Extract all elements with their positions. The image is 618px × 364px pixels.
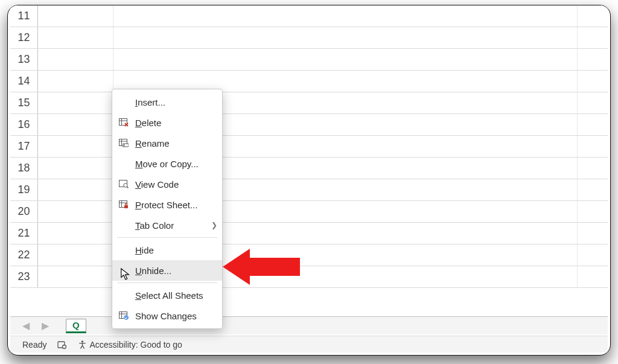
cell[interactable]	[38, 136, 113, 157]
cell[interactable]	[578, 223, 608, 244]
cell[interactable]	[578, 5, 608, 27]
row-header[interactable]: 14	[10, 71, 38, 92]
active-sheet-tab[interactable]: Q	[66, 319, 86, 333]
menu-protect-sheet[interactable]: Protect Sheet...	[112, 194, 222, 215]
protect-sheet-icon	[117, 200, 130, 209]
cell[interactable]	[38, 179, 113, 200]
svg-line-13	[127, 187, 129, 188]
menu-separator	[117, 237, 217, 238]
cell[interactable]	[578, 244, 608, 266]
row-header[interactable]: 16	[10, 114, 38, 135]
accessibility-status[interactable]: Accessibility: Good to go	[78, 340, 182, 350]
status-ready: Ready	[22, 340, 46, 350]
cell[interactable]	[38, 201, 113, 222]
row-header[interactable]: 11	[10, 5, 38, 27]
status-bar: Ready Accessibility: Good to go	[10, 336, 608, 353]
row-header[interactable]: 20	[10, 201, 38, 222]
row-header[interactable]: 15	[10, 92, 38, 113]
cell[interactable]	[38, 223, 113, 244]
cell[interactable]	[38, 27, 113, 48]
cell[interactable]	[578, 266, 608, 287]
macro-record-icon[interactable]	[57, 340, 67, 350]
cell[interactable]	[578, 27, 608, 48]
cell[interactable]	[38, 71, 113, 92]
menu-delete[interactable]: Delete	[112, 112, 222, 133]
cell[interactable]	[38, 114, 113, 135]
sheet-context-menu: Insert... Delete Rename Move or Copy... …	[112, 89, 223, 329]
excel-window: 11 12 13 14 15 16 17 18 19 20 21 22 23 ◀…	[7, 5, 611, 356]
accessibility-label: Accessibility: Good to go	[89, 340, 182, 350]
cell[interactable]	[38, 158, 113, 179]
cell[interactable]	[113, 27, 578, 48]
row-header[interactable]: 13	[10, 49, 38, 70]
row-header[interactable]: 12	[10, 27, 38, 48]
tab-next-icon[interactable]: ▶	[42, 320, 49, 331]
spreadsheet-grid[interactable]: 11 12 13 14 15 16 17 18 19 20 21 22 23	[10, 5, 608, 316]
cell[interactable]	[578, 179, 608, 200]
row-header[interactable]: 23	[10, 266, 38, 287]
view-code-icon	[117, 180, 130, 188]
chevron-right-icon: ❯	[211, 221, 217, 229]
menu-insert[interactable]: Insert...	[112, 92, 222, 112]
cell[interactable]	[38, 49, 113, 70]
cell[interactable]	[578, 92, 608, 113]
cell[interactable]	[113, 49, 578, 70]
menu-select-all-sheets[interactable]: Select All Sheets	[112, 285, 222, 305]
svg-point-2	[81, 340, 83, 342]
menu-view-code[interactable]: View Code	[112, 174, 222, 194]
cell[interactable]	[113, 5, 578, 27]
row-header[interactable]: 17	[10, 136, 38, 157]
menu-show-changes[interactable]: Show Changes	[112, 305, 222, 326]
menu-unhide[interactable]: Unhide...	[112, 260, 222, 281]
row-header[interactable]: 19	[10, 179, 38, 200]
rename-sheet-icon	[117, 139, 130, 147]
cell[interactable]	[38, 266, 113, 287]
cell[interactable]	[578, 136, 608, 157]
show-changes-icon	[117, 311, 130, 320]
menu-hide[interactable]: Hide	[112, 240, 222, 260]
menu-show-changes-label: Show Changes	[135, 311, 217, 321]
cell[interactable]	[578, 201, 608, 222]
cell[interactable]	[578, 71, 608, 92]
row-header[interactable]: 18	[10, 158, 38, 179]
accessibility-icon	[78, 340, 87, 349]
menu-tab-color[interactable]: Tab Color ❯	[112, 215, 222, 235]
cell[interactable]	[578, 49, 608, 70]
menu-separator	[117, 283, 217, 283]
cell[interactable]	[578, 114, 608, 135]
sheet-tab-label: Q	[72, 320, 80, 330]
cell[interactable]	[38, 92, 113, 113]
svg-rect-17	[124, 205, 128, 208]
delete-sheet-icon	[117, 118, 130, 127]
svg-rect-9	[123, 144, 129, 147]
menu-move-copy[interactable]: Move or Copy...	[112, 153, 222, 174]
cell[interactable]	[578, 158, 608, 179]
sheet-tab-strip: ◀ ▶ Q	[10, 316, 608, 334]
cell[interactable]	[38, 5, 113, 27]
row-header[interactable]: 22	[10, 244, 38, 266]
svg-point-1	[63, 345, 66, 348]
row-header[interactable]: 21	[10, 223, 38, 244]
cell[interactable]	[38, 244, 113, 266]
tab-prev-icon[interactable]: ◀	[22, 320, 30, 331]
menu-rename[interactable]: Rename	[112, 133, 222, 153]
